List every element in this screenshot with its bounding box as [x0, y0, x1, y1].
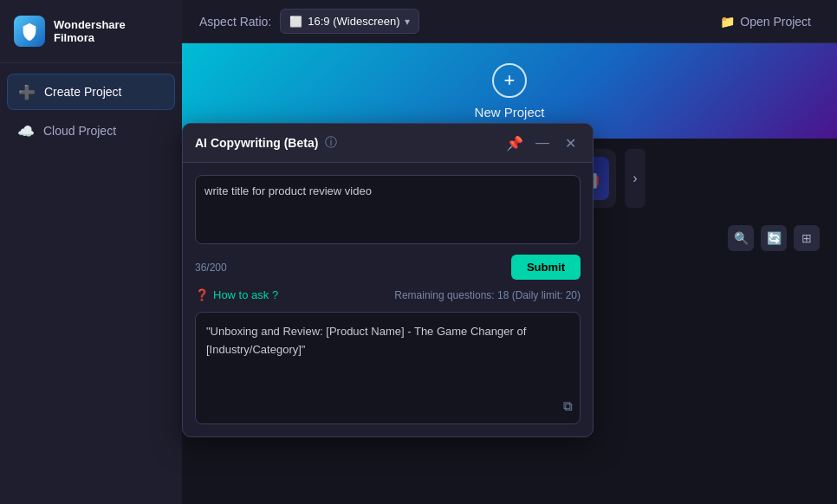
new-project-label: New Project	[475, 105, 545, 120]
brand-name: Wondershare	[54, 18, 126, 31]
product-name: Filmora	[54, 31, 126, 44]
sidebar-item-label-cloud: Cloud Project	[43, 124, 116, 138]
char-count: 36/200	[195, 262, 227, 274]
info-icon[interactable]: ⓘ	[325, 135, 337, 151]
ai-panel-controls: 📌 — ✕	[504, 132, 581, 153]
how-to-ask-row: ❓ How to ask ? Remaining questions: 18 (…	[195, 288, 581, 301]
recent-action-buttons: 🔍 🔄 ⊞	[728, 225, 820, 251]
folder-icon: 📁	[720, 15, 735, 29]
layout-toggle-button[interactable]: ⊞	[794, 225, 820, 251]
logo-text: Wondershare Filmora	[54, 18, 126, 44]
ai-result-text: "Unboxing and Review: [Product Name] - T…	[206, 325, 526, 356]
logo-icon	[14, 16, 45, 47]
ai-copywriting-panel: AI Copywriting (Beta) ⓘ 📌 — ✕ 36/200 Sub…	[182, 123, 594, 437]
sidebar: Wondershare Filmora ➕ Create Project ☁️ …	[0, 0, 182, 504]
open-project-button[interactable]: 📁 Open Project	[711, 10, 820, 34]
cloud-project-icon: ☁️	[17, 122, 35, 139]
aspect-ratio-label: Aspect Ratio:	[199, 15, 271, 29]
copy-icon[interactable]: ⧉	[563, 396, 573, 417]
question-icon: ❓	[195, 288, 209, 301]
create-project-icon: ➕	[18, 83, 36, 100]
ai-result-box: "Unboxing and Review: [Product Name] - T…	[195, 312, 581, 424]
ai-prompt-input[interactable]	[195, 175, 581, 244]
ai-panel-title: AI Copywriting (Beta)	[195, 136, 318, 150]
how-to-ask-label: How to ask ?	[213, 288, 278, 301]
search-button[interactable]: 🔍	[728, 225, 754, 251]
aspect-ratio-container: Aspect Ratio: ⬜ 16:9 (Widescreen) ▾	[199, 9, 419, 34]
pin-icon[interactable]: 📌	[504, 132, 525, 153]
scroll-right-arrow[interactable]: ›	[625, 149, 646, 208]
minimize-icon[interactable]: —	[532, 132, 553, 153]
main-content: Aspect Ratio: ⬜ 16:9 (Widescreen) ▾ 📁 Op…	[182, 0, 837, 504]
ai-panel-body: 36/200 Submit ❓ How to ask ? Remaining q…	[183, 163, 593, 436]
aspect-ratio-value: 16:9 (Widescreen)	[308, 15, 399, 28]
new-project-plus-icon: +	[492, 63, 527, 98]
close-icon[interactable]: ✕	[560, 132, 581, 153]
remaining-questions: Remaining questions: 18 (Daily limit: 20…	[394, 289, 581, 301]
sidebar-item-create-project[interactable]: ➕ Create Project	[7, 74, 175, 110]
sidebar-item-label-create: Create Project	[44, 85, 121, 99]
sidebar-item-cloud-project[interactable]: ☁️ Cloud Project	[7, 113, 175, 148]
submit-button[interactable]: Submit	[511, 255, 581, 280]
toolbar-header: Aspect Ratio: ⬜ 16:9 (Widescreen) ▾ 📁 Op…	[182, 0, 837, 43]
sidebar-nav: ➕ Create Project ☁️ Cloud Project	[0, 63, 182, 158]
ai-input-footer: 36/200 Submit	[195, 255, 581, 280]
aspect-ratio-dropdown[interactable]: ⬜ 16:9 (Widescreen) ▾	[280, 9, 419, 34]
app-logo: Wondershare Filmora	[0, 0, 182, 63]
aspect-ratio-icon: ⬜	[289, 16, 302, 28]
ai-panel-header: AI Copywriting (Beta) ⓘ 📌 — ✕	[183, 124, 593, 163]
refresh-button[interactable]: 🔄	[761, 225, 787, 251]
open-project-label: Open Project	[740, 15, 811, 29]
chevron-down-icon: ▾	[405, 16, 410, 28]
ai-panel-title-group: AI Copywriting (Beta) ⓘ	[195, 135, 337, 151]
how-to-ask-link[interactable]: ❓ How to ask ?	[195, 288, 278, 301]
